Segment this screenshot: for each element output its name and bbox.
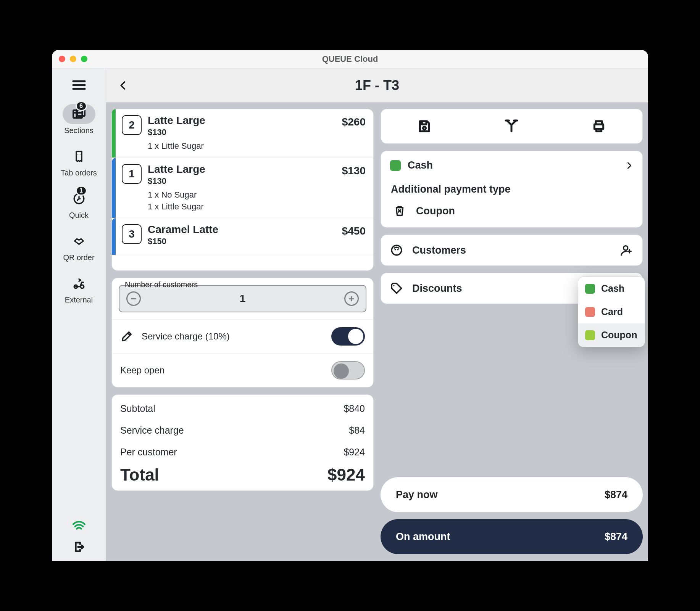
save-icon[interactable] [417, 119, 432, 134]
person-icon [390, 244, 403, 257]
payment-type-option[interactable]: Card [578, 300, 645, 323]
app-body: 6 Sections Tab orders [52, 68, 648, 561]
service-charge-toggle[interactable] [331, 327, 365, 346]
close-window-button[interactable] [59, 56, 65, 62]
chevron-right-icon [625, 161, 633, 170]
sections-badge: 6 [76, 101, 87, 111]
svg-point-8 [423, 127, 426, 129]
pay-now-value: $874 [605, 489, 627, 501]
rail-label: Sections [64, 126, 94, 135]
traffic-lights [52, 56, 87, 62]
tag-icon [390, 282, 403, 295]
on-amount-button[interactable]: On amount $874 [381, 519, 643, 554]
rail-item-sections[interactable]: 6 Sections [63, 104, 95, 135]
handshake-icon [73, 235, 85, 248]
maximize-window-button[interactable] [81, 56, 87, 62]
rail-item-quick[interactable]: 1 Quick [63, 189, 95, 220]
order-item-mod: 1 x No Sugar [148, 189, 336, 201]
customers-increment[interactable]: + [344, 291, 359, 306]
totals-card: Subtotal$840 Service charge$84 Per custo… [111, 394, 374, 491]
payment-type-option[interactable]: Coupon [578, 323, 645, 347]
customers-label: Customers [412, 244, 466, 256]
rail-item-tab-orders[interactable]: Tab orders [61, 146, 97, 177]
payment-type-option-label: Card [601, 306, 623, 317]
quick-badge: 1 [76, 186, 87, 196]
coupon-label: Coupon [416, 205, 455, 217]
app-window: QUEUE Cloud 6 Sections [52, 50, 648, 561]
page-title: 1F - T3 [137, 77, 618, 93]
svg-point-2 [77, 154, 78, 154]
order-item-each: $130 [148, 127, 336, 137]
svg-point-10 [395, 249, 396, 251]
columns: 2 Latte Large $130 1 x Little Sugar $260… [106, 103, 648, 561]
rail-item-external[interactable]: External [63, 273, 95, 304]
hamburger-button[interactable] [71, 77, 87, 93]
svg-point-12 [624, 246, 628, 250]
order-item-name: Latte Large [148, 163, 336, 175]
service-charge-row: Service charge (10%) [112, 319, 373, 353]
order-item[interactable]: 1 Latte Large $130 1 x No Sugar1 x Littl… [112, 158, 373, 219]
status-stripe [112, 218, 116, 255]
customers-link[interactable]: Customers [381, 235, 643, 266]
order-item-mod: 1 x Little Sugar [148, 140, 336, 152]
payment-card: Cash Additional payment type Coupon [381, 151, 643, 228]
split-icon[interactable] [504, 119, 519, 134]
receipt-icon [73, 150, 85, 163]
payment-type-popover: CashCardCoupon [578, 277, 645, 347]
payment-type-option[interactable]: Cash [578, 277, 645, 300]
customers-value: 1 [240, 293, 246, 305]
service-charge-label: Service charge (10%) [142, 331, 323, 342]
cash-swatch-icon [390, 160, 401, 171]
swatch-icon [585, 330, 595, 340]
customers-label: Number of customers [125, 280, 198, 289]
customers-decrement[interactable]: − [126, 291, 141, 306]
coupon-row[interactable]: Coupon [393, 204, 633, 217]
svg-point-5 [78, 196, 80, 198]
order-item-price: $130 [342, 163, 366, 177]
order-item[interactable]: 2 Latte Large $130 1 x Little Sugar $260 [112, 109, 373, 158]
additional-payment-label: Additional payment type [391, 183, 633, 195]
logout-button[interactable] [73, 540, 85, 553]
add-person-icon [620, 244, 633, 257]
total-label: Total [120, 465, 159, 484]
wifi-icon [72, 521, 86, 531]
svg-point-11 [397, 249, 399, 251]
main-pane: 1F - T3 2 Latte Large $130 1 x Little Su… [106, 68, 648, 561]
rail-item-qr-order[interactable]: QR order [63, 231, 95, 262]
left-column: 2 Latte Large $130 1 x Little Sugar $260… [111, 109, 374, 554]
right-column: Cash Additional payment type Coupon Cust… [381, 109, 643, 554]
window-title: QUEUE Cloud [322, 54, 378, 64]
edit-icon[interactable] [120, 330, 133, 343]
actions-card [381, 109, 643, 144]
per-customer-label: Per customer [120, 447, 177, 458]
back-button[interactable] [114, 76, 133, 95]
order-item-price: $260 [342, 114, 366, 128]
payment-type-option-label: Cash [601, 283, 624, 294]
swatch-icon [585, 284, 595, 294]
swatch-icon [585, 307, 595, 317]
status-stripe [112, 109, 116, 158]
order-item-each: $150 [148, 236, 336, 246]
order-header: 1F - T3 [106, 68, 648, 103]
order-item-qty: 3 [122, 224, 142, 244]
order-item-qty: 1 [122, 164, 142, 184]
order-item-name: Caramel Latte [148, 223, 336, 236]
on-amount-value: $874 [605, 531, 627, 543]
payment-primary-row[interactable]: Cash [390, 159, 633, 171]
titlebar: QUEUE Cloud [52, 50, 648, 68]
order-item[interactable]: 3 Caramel Latte $150 $450 [112, 218, 373, 255]
on-amount-label: On amount [396, 531, 450, 543]
delete-icon[interactable] [393, 204, 406, 217]
print-icon[interactable] [591, 119, 606, 134]
order-items-card: 2 Latte Large $130 1 x Little Sugar $260… [111, 109, 374, 271]
keep-open-toggle[interactable] [331, 361, 365, 379]
order-item-price: $450 [342, 223, 366, 237]
order-item-name: Latte Large [148, 114, 336, 127]
rail-label: Tab orders [61, 169, 97, 177]
minimize-window-button[interactable] [70, 56, 76, 62]
subtotal-value: $840 [344, 403, 365, 414]
order-item-each: $130 [148, 176, 336, 186]
pay-now-button[interactable]: Pay now $874 [381, 477, 643, 512]
rail-label: QR order [63, 253, 94, 262]
rail-label: Quick [69, 211, 89, 220]
